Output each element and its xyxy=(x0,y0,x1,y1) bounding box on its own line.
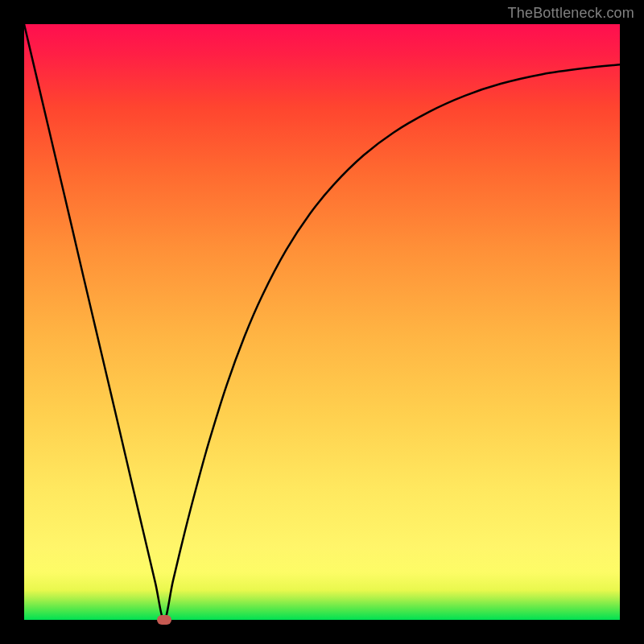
plot-area xyxy=(24,24,620,620)
chart-frame: TheBottleneck.com xyxy=(0,0,644,644)
optimal-point-marker xyxy=(157,615,171,625)
curve-svg xyxy=(24,24,620,620)
bottleneck-curve xyxy=(24,24,620,620)
watermark-text: TheBottleneck.com xyxy=(508,5,634,22)
